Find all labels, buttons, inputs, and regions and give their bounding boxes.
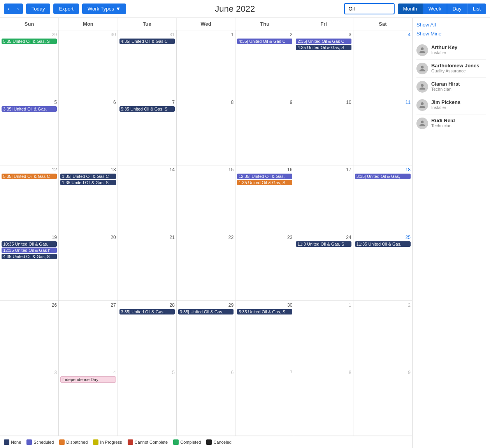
cell-jun2[interactable]: 2 4:35| United Oil & Gas C — [235, 30, 294, 98]
cell-jun14[interactable]: 14 — [118, 165, 177, 233]
cell-jun23[interactable]: 23 — [235, 233, 294, 301]
cell-jun30[interactable]: 30 5:35 United Oil & Gas, S — [235, 301, 294, 369]
cell-may29[interactable]: 29 5:35 United Oil & Gas, S — [0, 30, 59, 98]
view-list-button[interactable]: List — [467, 4, 486, 14]
day-num: 13 — [60, 167, 116, 172]
cell-jun19[interactable]: 19 10:35 United Oil & Gas, 12:35 United … — [0, 233, 59, 301]
event[interactable]: 3:35| United Oil & Gas, — [355, 174, 411, 179]
cell-jun3[interactable]: 3 2:35| United Oil & Gas C 4:35 United O… — [294, 30, 353, 98]
show-all-link[interactable]: Show All — [416, 22, 486, 28]
day-num: 16 — [237, 167, 292, 172]
event[interactable]: 4:35 United Oil & Gas, S — [296, 45, 351, 50]
legend-color-none — [4, 439, 9, 445]
cell-jun20[interactable]: 20 — [59, 233, 118, 301]
cell-jul1[interactable]: 1 — [294, 301, 353, 369]
header: ‹ › Today Export Work Types ▼ June 2022 … — [0, 0, 490, 18]
legend-label-none: None — [11, 440, 21, 444]
cell-jun27[interactable]: 27 — [59, 301, 118, 369]
event[interactable]: 3:35| United Oil & Gas, — [178, 309, 234, 314]
event-holiday[interactable]: Independence Day — [60, 376, 116, 383]
cell-jul3[interactable]: 3 — [0, 368, 59, 436]
view-buttons: Month Week Day List — [398, 4, 486, 14]
cell-jun22[interactable]: 22 — [177, 233, 235, 301]
cell-jun15[interactable]: 15 — [177, 165, 235, 233]
day-num: 30 — [60, 32, 116, 37]
event[interactable]: 5:35 United Oil & Gas, S — [237, 309, 292, 314]
cell-jul6[interactable]: 6 — [177, 368, 235, 436]
cell-may31[interactable]: 31 4:35| United Oil & Gas C — [118, 30, 177, 98]
cell-jun17[interactable]: 17 — [294, 165, 353, 233]
cell-jun24[interactable]: 24 11:3 United Oil & Gas, S — [294, 233, 353, 301]
day-num: 8 — [178, 100, 234, 105]
day-num: 21 — [119, 235, 175, 240]
person-item-arthur[interactable]: Arthur Key Installer — [416, 41, 486, 60]
cell-jun7[interactable]: 7 5:35 United Oil & Gas, S — [118, 98, 177, 166]
cell-jun18[interactable]: 18 3:35| United Oil & Gas, — [353, 165, 412, 233]
cell-jul9[interactable]: 9 — [353, 368, 412, 436]
legend-label-inprogress: In Progress — [100, 440, 122, 444]
person-item-jim[interactable]: Jim Pickens Installer — [416, 96, 486, 114]
day-num: 10 — [296, 100, 351, 105]
person-item-ciaran[interactable]: Ciaran Hirst Technician — [416, 78, 486, 96]
cell-jun29[interactable]: 29 3:35| United Oil & Gas, — [177, 301, 235, 369]
cell-jul7[interactable]: 7 — [235, 368, 294, 436]
cell-jul8[interactable]: 8 — [294, 368, 353, 436]
cell-jun10[interactable]: 10 — [294, 98, 353, 166]
next-button[interactable]: › — [13, 4, 23, 14]
event[interactable]: 4:35| United Oil & Gas C — [237, 39, 292, 44]
legend-cannot: Cannot Complete — [128, 439, 168, 445]
event[interactable]: 3:35| United Oil & Gas, — [119, 309, 175, 314]
event[interactable]: 5:35 United Oil & Gas, S — [119, 106, 175, 112]
cell-jul4[interactable]: 4 Independence Day — [59, 368, 118, 436]
event[interactable]: 5:35| United Oil & Gas C — [2, 174, 57, 179]
person-item-bartholomew[interactable]: Bartholomew Jones Quality Assurance — [416, 60, 486, 78]
person-role-bartholomew: Quality Assurance — [431, 69, 479, 73]
cell-jun13[interactable]: 13 1:35| United Oil & Gas C 1:35 United … — [59, 165, 118, 233]
show-mine-link[interactable]: Show Mine — [416, 31, 486, 37]
event[interactable]: 11:35 United Oil & Gas, — [355, 241, 411, 247]
event[interactable]: 4:35 United Oil & Gas, S — [2, 254, 57, 259]
cell-jul5[interactable]: 5 — [118, 368, 177, 436]
cell-jun1[interactable]: 1 — [177, 30, 235, 98]
event[interactable]: 10:35 United Oil & Gas, — [2, 241, 57, 247]
export-button[interactable]: Export — [53, 4, 79, 14]
event[interactable]: 2:35| United Oil & Gas C — [296, 39, 351, 44]
cell-jun25[interactable]: 25 11:35 United Oil & Gas, — [353, 233, 412, 301]
cell-jun16[interactable]: 16 12:35| United Oil & Gas, 1:35 United … — [235, 165, 294, 233]
legend-label-canceled: Canceled — [213, 440, 231, 444]
day-num: 24 — [296, 235, 351, 240]
view-week-button[interactable]: Week — [423, 4, 447, 14]
cell-may30[interactable]: 30 — [59, 30, 118, 98]
search-input[interactable] — [344, 3, 395, 14]
event[interactable]: 1:35 United Oil & Gas, S — [60, 180, 116, 185]
event[interactable]: 5:35 United Oil & Gas, S — [2, 39, 57, 44]
cell-jun26[interactable]: 26 — [0, 301, 59, 369]
view-day-button[interactable]: Day — [447, 4, 467, 14]
cell-jul2[interactable]: 2 — [353, 301, 412, 369]
event[interactable]: 12:35| United Oil & Gas, — [237, 174, 292, 179]
cell-jun6[interactable]: 6 — [59, 98, 118, 166]
event[interactable]: 12:35 United Oil & Gas h — [2, 248, 57, 253]
cell-jun9[interactable]: 9 — [235, 98, 294, 166]
person-item-rudi[interactable]: Rudi Reid Technician — [416, 114, 486, 132]
work-types-button[interactable]: Work Types ▼ — [82, 4, 126, 14]
today-button[interactable]: Today — [26, 4, 51, 14]
cell-jun4[interactable]: 4 — [353, 30, 412, 98]
cell-jun5[interactable]: 5 3:35| United Oil & Gas, — [0, 98, 59, 166]
cell-jun28[interactable]: 28 3:35| United Oil & Gas, — [118, 301, 177, 369]
legend-color-scheduled — [26, 439, 32, 445]
day-num: 3 — [296, 32, 351, 37]
cell-jun12[interactable]: 12 5:35| United Oil & Gas C — [0, 165, 59, 233]
cell-jun8[interactable]: 8 — [177, 98, 235, 166]
cell-jun21[interactable]: 21 — [118, 233, 177, 301]
legend-canceled: Canceled — [206, 439, 231, 445]
event[interactable]: 1:35| United Oil & Gas C — [60, 174, 116, 179]
event[interactable]: 4:35| United Oil & Gas C — [119, 39, 175, 44]
prev-button[interactable]: ‹ — [4, 4, 13, 14]
event[interactable]: 11:3 United Oil & Gas, S — [296, 241, 351, 247]
event[interactable]: 1:35 United Oil & Gas, S — [237, 180, 292, 185]
legend-color-canceled — [206, 439, 212, 445]
cell-jun11[interactable]: 11 — [353, 98, 412, 166]
view-month-button[interactable]: Month — [398, 4, 423, 14]
event[interactable]: 3:35| United Oil & Gas, — [2, 106, 57, 112]
